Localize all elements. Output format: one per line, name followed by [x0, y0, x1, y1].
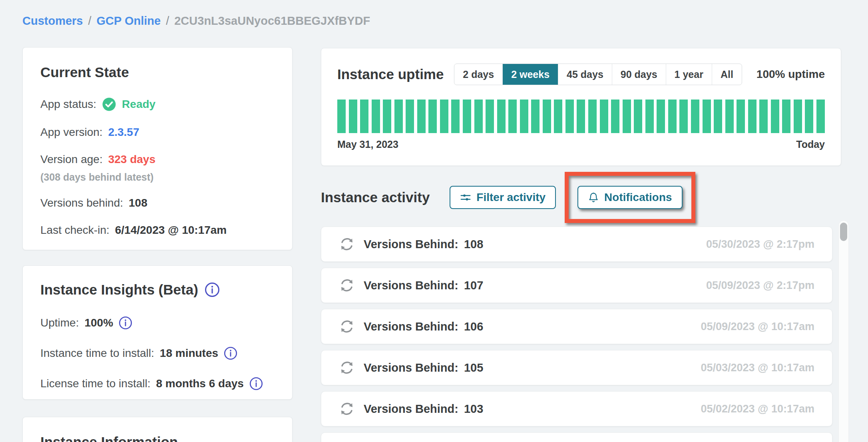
uptime-bar: [600, 100, 608, 133]
activity-item-value: 107: [464, 279, 483, 292]
activity-item-timestamp: 05/02/2023 @ 10:17am: [701, 403, 814, 415]
uptime-bar: [725, 100, 734, 133]
activity-item-value: 108: [464, 238, 483, 251]
breadcrumb-instance-id: 2CU3nL3saUNyoc61BBEGJXfBYDF: [174, 14, 370, 28]
uptime-bar: [782, 100, 790, 133]
uptime-bar: [657, 100, 665, 133]
versions-behind-value: 108: [129, 197, 147, 209]
notifications-label: Notifications: [604, 191, 672, 204]
activity-item-value: 103: [464, 402, 483, 416]
activity-item-timestamp: 05/09/2023 @ 2:17pm: [706, 279, 814, 292]
uptime-label: Uptime:: [40, 317, 79, 329]
uptime-bar: [759, 100, 768, 133]
uptime-bar: [748, 100, 757, 133]
tab-90-days[interactable]: 90 days: [612, 64, 666, 85]
breadcrumb-separator: /: [88, 14, 92, 28]
list-item[interactable]: Versions Behind: 106 05/09/2023 @ 10:17a…: [321, 309, 832, 344]
tab-45-days[interactable]: 45 days: [558, 64, 612, 85]
version-age-row: Version age: 323 days: [40, 153, 275, 166]
uptime-bar: [349, 100, 357, 133]
activity-scrollbar-thumb[interactable]: [840, 223, 847, 241]
version-age-note: (308 days behind latest): [40, 171, 275, 183]
activity-item-timestamp: 05/30/2023 @ 2:17pm: [706, 238, 814, 251]
activity-item-label: Versions Behind:: [364, 320, 458, 333]
activity-item-label: Versions Behind:: [364, 279, 458, 292]
app-status-value: Ready: [122, 98, 155, 111]
instance-activity-title: Instance activity: [321, 189, 430, 205]
list-item[interactable]: Versions Behind: 108 05/30/2023 @ 2:17pm: [321, 227, 832, 262]
uptime-bar: [611, 100, 619, 133]
uptime-start-label: May 31, 2023: [337, 139, 398, 150]
uptime-bar: [440, 100, 448, 133]
uptime-bar: [645, 100, 654, 133]
last-checkin-value: 6/14/2023 @ 10:17am: [115, 224, 227, 237]
uptime-bar: [588, 100, 597, 133]
filter-activity-button[interactable]: Filter activity: [450, 186, 556, 209]
uptime-bar: [737, 100, 745, 133]
app-version-value[interactable]: 2.3.57: [108, 126, 139, 139]
uptime-summary: 100% uptime: [757, 68, 825, 81]
tab-all[interactable]: All: [712, 64, 742, 85]
instance-insights-title: Instance Insights (Beta): [40, 282, 198, 298]
activity-header: Instance activity Filter activity Notifi…: [321, 185, 841, 210]
annotation-highlight-box: Notifications: [565, 172, 695, 223]
license-install-label: License time to install:: [40, 377, 150, 390]
check-circle-icon: [102, 97, 116, 111]
uptime-bar: [497, 100, 506, 133]
uptime-bar: [543, 100, 551, 133]
uptime-bar: [394, 100, 403, 133]
breadcrumb-customers-link[interactable]: Customers: [22, 14, 83, 28]
uptime-bar: [463, 100, 471, 133]
app-status-label: App status:: [40, 98, 96, 111]
uptime-bar: [623, 100, 631, 133]
list-item[interactable]: Versions Behind: 107 05/09/2023 @ 2:17pm: [321, 268, 832, 303]
bell-icon: [588, 192, 599, 203]
list-item-partial[interactable]: [321, 432, 832, 442]
uptime-bar: [372, 100, 380, 133]
info-icon[interactable]: [119, 316, 132, 330]
breadcrumb: Customers / GCP Online / 2CU3nL3saUNyoc6…: [22, 14, 370, 28]
breadcrumb-customer-link[interactable]: GCP Online: [97, 14, 161, 28]
versions-behind-label: Versions behind:: [40, 197, 123, 209]
instance-insights-card: Instance Insights (Beta) Uptime: 100% In…: [22, 265, 293, 400]
activity-item-timestamp: 05/03/2023 @ 10:17am: [701, 362, 814, 374]
versions-behind-row: Versions behind: 108: [40, 197, 275, 209]
activity-scrollbar-track[interactable]: [838, 220, 849, 442]
instance-information-title: Instance Information: [40, 434, 275, 442]
uptime-end-label: Today: [796, 139, 825, 150]
refresh-icon: [339, 277, 355, 293]
tab-2-days[interactable]: 2 days: [454, 64, 502, 85]
uptime-bar: [691, 100, 699, 133]
uptime-bar: [337, 100, 346, 133]
list-item[interactable]: Versions Behind: 103 05/02/2023 @ 10:17a…: [321, 391, 832, 426]
notifications-button[interactable]: Notifications: [577, 186, 683, 209]
refresh-icon: [339, 360, 355, 376]
activity-item-label: Versions Behind:: [364, 238, 458, 251]
list-item[interactable]: Versions Behind: 105 05/03/2023 @ 10:17a…: [321, 350, 832, 385]
uptime-bar: [703, 100, 711, 133]
app-version-row: App version: 2.3.57: [40, 126, 275, 139]
sliders-icon: [460, 192, 471, 203]
uptime-bar: [451, 100, 460, 133]
refresh-icon: [339, 401, 355, 417]
refresh-icon: [339, 319, 355, 334]
uptime-bar: [805, 100, 813, 133]
info-icon[interactable]: [224, 346, 237, 360]
left-column: Current State App status: Ready App vers…: [22, 47, 293, 442]
tab-1-year[interactable]: 1 year: [666, 64, 712, 85]
instance-install-value: 18 minutes: [160, 347, 218, 360]
uptime-range-tabs: 2 days 2 weeks 45 days 90 days 1 year Al…: [454, 64, 742, 85]
instance-install-row: Instance time to install: 18 minutes: [40, 346, 275, 360]
uptime-bar: [417, 100, 426, 133]
info-icon[interactable]: [249, 377, 263, 390]
tab-2-weeks[interactable]: 2 weeks: [502, 64, 558, 85]
refresh-icon: [339, 236, 355, 252]
info-icon[interactable]: [205, 282, 220, 297]
activity-item-label: Versions Behind:: [364, 361, 458, 374]
filter-activity-label: Filter activity: [476, 191, 545, 204]
uptime-bar: [531, 100, 540, 133]
uptime-bar: [554, 100, 562, 133]
uptime-bar: [486, 100, 494, 133]
uptime-bar: [508, 100, 517, 133]
uptime-row: Uptime: 100%: [40, 316, 275, 330]
